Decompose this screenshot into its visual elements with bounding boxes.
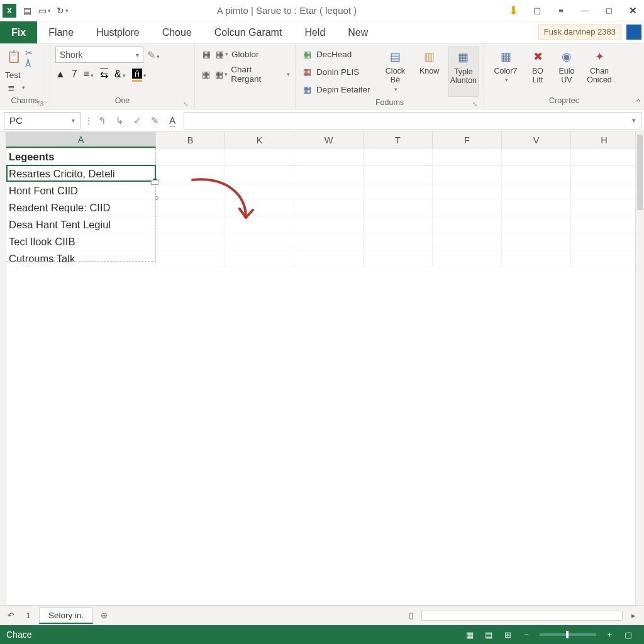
cut-icon[interactable]: ✂ (25, 48, 33, 58)
column-header-h[interactable]: H (571, 132, 638, 148)
depinetatter-label[interactable]: Depin Eetaiter (316, 85, 370, 94)
close-button[interactable]: ✕ (624, 3, 641, 19)
declhead-label[interactable]: DecHead (316, 50, 352, 59)
tab-nav-prev-icon[interactable]: ↶ (4, 609, 18, 623)
chartreg-label[interactable]: Chart Rergant (231, 65, 282, 84)
column-header-a[interactable]: A (6, 132, 156, 148)
confirm-check-icon[interactable]: ✓ (128, 112, 146, 130)
cell-a4[interactable]: Readent Requle: CIID (6, 199, 156, 216)
edit-pencil-icon[interactable]: ✎ (146, 112, 164, 130)
account-square-icon[interactable] (626, 25, 641, 40)
declhead-icon[interactable]: ▦ (301, 48, 313, 60)
compass-icon[interactable]: Å (25, 59, 33, 69)
formula-input[interactable] (184, 112, 626, 130)
indent-icon[interactable]: ⇆ (100, 69, 108, 80)
vertical-scrollbar[interactable] (635, 132, 644, 605)
cell-a6[interactable]: Tecl Ilook CIIB (6, 233, 156, 250)
maximize-button[interactable]: ◻ (600, 3, 618, 19)
zoom-in-icon[interactable]: ＋ (600, 628, 619, 641)
doninplus-label[interactable]: Donin PLIS (316, 67, 359, 77)
cell-a7[interactable]: Cutroums Talk (6, 250, 156, 267)
tab-choue[interactable]: Choue (151, 21, 203, 43)
new-sheet-icon[interactable]: ⊕ (97, 609, 111, 623)
qat-save-icon[interactable]: ▤ (20, 4, 34, 18)
column-header-b[interactable]: B (156, 132, 225, 148)
cancel-entry-icon[interactable]: ↰ (93, 112, 111, 130)
cells-grid[interactable]: Legeents Resartes Cricito, Deteli Hont F… (6, 148, 644, 605)
align-icon[interactable]: ≣ (5, 81, 18, 94)
cell-a2[interactable]: Resartes Cricito, Deteli (6, 165, 156, 182)
column-header-f[interactable]: F (433, 132, 502, 148)
fill-color-icon[interactable]: 🅰▾ (132, 69, 147, 80)
column-header-v[interactable]: V (502, 132, 571, 148)
hscroll-left-icon[interactable]: ▯ (404, 609, 418, 623)
group1-launcher-icon[interactable]: 73 (36, 101, 43, 108)
zoom-fit-icon[interactable]: ▢ (619, 628, 638, 641)
group-charms-label: Charms (11, 96, 39, 105)
enter-redo-icon[interactable]: ↳ (111, 112, 128, 130)
collapse-ribbon-icon[interactable]: ^ (636, 97, 640, 106)
zoom-out-icon[interactable]: − (517, 628, 536, 641)
fodums-launcher-icon[interactable]: ⤡ (472, 101, 477, 108)
name-box[interactable]: PC▾ (4, 112, 80, 130)
formula-handle-icon[interactable]: ⋮ (84, 116, 93, 126)
one-launcher-icon[interactable]: ⤡ (183, 101, 188, 108)
table2-icon[interactable]: ▦▾ (216, 48, 228, 60)
app-icon[interactable]: X (3, 4, 16, 18)
tab-colcun[interactable]: Colcun Garamt (203, 21, 294, 43)
tab-held[interactable]: Held (293, 21, 336, 43)
ribbon-options-icon[interactable]: ≡ (552, 3, 570, 19)
cell-a3[interactable]: Hont Font CIID (6, 182, 156, 199)
align-left-icon[interactable]: ≡▾ (84, 69, 94, 80)
tab-flane[interactable]: Flane (37, 21, 85, 43)
column-header-k[interactable]: K (225, 132, 294, 148)
bold-icon[interactable]: ▲ (55, 69, 65, 80)
clockbe-button[interactable]: ▤Clock Bê▾ (380, 47, 410, 97)
chanoniced-button[interactable]: ✦Chan Oniced (584, 47, 615, 95)
column-headers: A B K W T F V H (6, 132, 644, 148)
tab-nav-num[interactable]: 1 (21, 609, 35, 623)
font-size-label[interactable]: 7 (72, 69, 77, 80)
eulouv-button[interactable]: ◉Eulo UV (553, 47, 580, 95)
font-name-dropdown[interactable]: Shork▾ (55, 47, 143, 63)
annotation-arrow-icon (186, 174, 268, 236)
sheet-tab-active[interactable]: Selory in. (39, 608, 93, 624)
resize-dot-icon[interactable] (155, 196, 158, 200)
table-icon[interactable]: ▦ (200, 48, 213, 60)
typle-button[interactable]: ▦Typle Alunton (448, 47, 479, 97)
view-normal-icon[interactable]: ▦ (460, 628, 479, 641)
color7-button[interactable]: ▦Color7▾ (489, 47, 522, 95)
bolist-button[interactable]: ✖BO Litt (526, 47, 550, 95)
qat-page-icon[interactable]: ▭▾ (38, 4, 52, 18)
horizontal-scrollbar[interactable] (421, 611, 623, 621)
top-right-badge[interactable]: Fusk darvinep 2383 (538, 25, 621, 40)
view-layout-icon[interactable]: ▤ (479, 628, 498, 641)
tab-new[interactable]: New (336, 21, 379, 43)
minimize-button[interactable]: — (576, 3, 594, 19)
cell-a1[interactable]: Legeents (6, 148, 156, 165)
tab-hustplore[interactable]: Hustplore (85, 21, 150, 43)
paste-button[interactable]: 📋 (5, 47, 23, 69)
border-icon[interactable]: &▾ (114, 69, 126, 80)
column-header-w[interactable]: W (294, 132, 364, 148)
cell-a5[interactable]: Desa Hant Tent Legiul (6, 216, 156, 233)
sync-down-icon[interactable]: ⬇ (504, 3, 522, 19)
zoom-slider[interactable] (540, 633, 596, 636)
autofill-options-icon[interactable] (151, 180, 158, 185)
table4-icon[interactable]: ▦▾ (215, 68, 228, 80)
hscroll-right-icon[interactable]: ▸ (626, 609, 640, 623)
expand-formula-icon[interactable]: ▾ (626, 112, 641, 130)
qat-refresh-icon[interactable]: ↻▾ (55, 4, 69, 18)
depin-icon[interactable]: ▦ (301, 83, 313, 96)
column-header-t[interactable]: T (364, 132, 433, 148)
view-break-icon[interactable]: ⊞ (498, 628, 517, 641)
brush-icon[interactable]: ✎▾ (147, 49, 160, 61)
globlor-label[interactable]: Globlor (231, 50, 259, 59)
tab-fix[interactable]: Fix (0, 21, 37, 43)
row-header-gutter[interactable] (0, 132, 6, 605)
know-button[interactable]: ▥Know (414, 47, 445, 97)
font-a-icon[interactable]: A̲ (164, 112, 181, 130)
doninplus-icon[interactable]: ▦ (301, 65, 313, 78)
table3-icon[interactable]: ▦ (200, 68, 212, 80)
window-card-icon[interactable]: ▢ (528, 3, 546, 19)
